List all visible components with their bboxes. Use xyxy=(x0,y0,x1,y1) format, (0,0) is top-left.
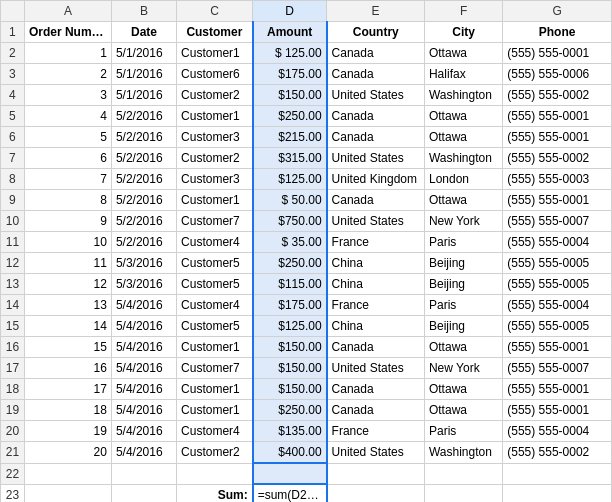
cell-F2[interactable]: Ottawa xyxy=(424,43,502,64)
cell-F5[interactable]: Ottawa xyxy=(424,106,502,127)
cell-C2[interactable]: Customer1 xyxy=(177,43,253,64)
cell-A7[interactable]: 6 xyxy=(24,148,111,169)
cell-C19[interactable]: Customer1 xyxy=(177,400,253,421)
cell-B3[interactable]: 5/1/2016 xyxy=(111,64,176,85)
formula-cell-D23[interactable]: =sum(D2:D21) xyxy=(253,484,327,502)
cell-F19[interactable]: Ottawa xyxy=(424,400,502,421)
cell-D4[interactable]: $150.00 xyxy=(253,85,327,106)
cell-A4[interactable]: 3 xyxy=(24,85,111,106)
col-amount-header[interactable]: Amount xyxy=(253,22,327,43)
cell-F14[interactable]: Paris xyxy=(424,295,502,316)
cell-E16[interactable]: Canada xyxy=(327,337,425,358)
col-header-A[interactable]: A xyxy=(24,1,111,22)
cell-A21[interactable]: 20 xyxy=(24,442,111,464)
cell-B17[interactable]: 5/4/2016 xyxy=(111,358,176,379)
cell-C7[interactable]: Customer2 xyxy=(177,148,253,169)
cell-A15[interactable]: 14 xyxy=(24,316,111,337)
cell-C13[interactable]: Customer5 xyxy=(177,274,253,295)
cell-B5[interactable]: 5/2/2016 xyxy=(111,106,176,127)
cell-F23[interactable] xyxy=(424,484,502,502)
cell-F22[interactable] xyxy=(424,463,502,484)
cell-G8[interactable]: (555) 555-0003 xyxy=(503,169,612,190)
cell-C14[interactable]: Customer4 xyxy=(177,295,253,316)
cell-C17[interactable]: Customer7 xyxy=(177,358,253,379)
col-date-header[interactable]: Date xyxy=(111,22,176,43)
col-header-C[interactable]: C xyxy=(177,1,253,22)
cell-D5[interactable]: $250.00 xyxy=(253,106,327,127)
cell-E2[interactable]: Canada xyxy=(327,43,425,64)
cell-E19[interactable]: Canada xyxy=(327,400,425,421)
cell-A10[interactable]: 9 xyxy=(24,211,111,232)
cell-E11[interactable]: France xyxy=(327,232,425,253)
cell-A2[interactable]: 1 xyxy=(24,43,111,64)
cell-A22[interactable] xyxy=(24,463,111,484)
cell-E3[interactable]: Canada xyxy=(327,64,425,85)
cell-D13[interactable]: $115.00 xyxy=(253,274,327,295)
cell-E7[interactable]: United States xyxy=(327,148,425,169)
cell-F13[interactable]: Beijing xyxy=(424,274,502,295)
cell-C9[interactable]: Customer1 xyxy=(177,190,253,211)
cell-D6[interactable]: $215.00 xyxy=(253,127,327,148)
cell-E23[interactable] xyxy=(327,484,425,502)
cell-C16[interactable]: Customer1 xyxy=(177,337,253,358)
cell-B16[interactable]: 5/4/2016 xyxy=(111,337,176,358)
cell-C20[interactable]: Customer4 xyxy=(177,421,253,442)
cell-C21[interactable]: Customer2 xyxy=(177,442,253,464)
col-customer-header[interactable]: Customer xyxy=(177,22,253,43)
col-header-B[interactable]: B xyxy=(111,1,176,22)
cell-D18[interactable]: $150.00 xyxy=(253,379,327,400)
cell-C12[interactable]: Customer5 xyxy=(177,253,253,274)
cell-E12[interactable]: China xyxy=(327,253,425,274)
cell-C5[interactable]: Customer1 xyxy=(177,106,253,127)
cell-B19[interactable]: 5/4/2016 xyxy=(111,400,176,421)
col-order-number-header[interactable]: Order Number xyxy=(24,22,111,43)
cell-D20[interactable]: $135.00 xyxy=(253,421,327,442)
cell-E4[interactable]: United States xyxy=(327,85,425,106)
cell-G17[interactable]: (555) 555-0007 xyxy=(503,358,612,379)
cell-B10[interactable]: 5/2/2016 xyxy=(111,211,176,232)
cell-E20[interactable]: France xyxy=(327,421,425,442)
cell-F8[interactable]: London xyxy=(424,169,502,190)
cell-E8[interactable]: United Kingdom xyxy=(327,169,425,190)
cell-E15[interactable]: China xyxy=(327,316,425,337)
cell-C10[interactable]: Customer7 xyxy=(177,211,253,232)
cell-B20[interactable]: 5/4/2016 xyxy=(111,421,176,442)
cell-B21[interactable]: 5/4/2016 xyxy=(111,442,176,464)
cell-A19[interactable]: 18 xyxy=(24,400,111,421)
cell-A12[interactable]: 11 xyxy=(24,253,111,274)
cell-F4[interactable]: Washington xyxy=(424,85,502,106)
cell-D3[interactable]: $175.00 xyxy=(253,64,327,85)
cell-E22[interactable] xyxy=(327,463,425,484)
cell-F10[interactable]: New York xyxy=(424,211,502,232)
cell-G16[interactable]: (555) 555-0001 xyxy=(503,337,612,358)
cell-G22[interactable] xyxy=(503,463,612,484)
cell-A20[interactable]: 19 xyxy=(24,421,111,442)
cell-A11[interactable]: 10 xyxy=(24,232,111,253)
col-city-header[interactable]: City xyxy=(424,22,502,43)
cell-A3[interactable]: 2 xyxy=(24,64,111,85)
cell-G21[interactable]: (555) 555-0002 xyxy=(503,442,612,464)
cell-E6[interactable]: Canada xyxy=(327,127,425,148)
cell-A6[interactable]: 5 xyxy=(24,127,111,148)
cell-C11[interactable]: Customer4 xyxy=(177,232,253,253)
cell-C6[interactable]: Customer3 xyxy=(177,127,253,148)
cell-F7[interactable]: Washington xyxy=(424,148,502,169)
cell-F21[interactable]: Washington xyxy=(424,442,502,464)
cell-D11[interactable]: $ 35.00 xyxy=(253,232,327,253)
cell-E9[interactable]: Canada xyxy=(327,190,425,211)
cell-A17[interactable]: 16 xyxy=(24,358,111,379)
cell-F15[interactable]: Beijing xyxy=(424,316,502,337)
cell-C4[interactable]: Customer2 xyxy=(177,85,253,106)
cell-D19[interactable]: $250.00 xyxy=(253,400,327,421)
cell-F20[interactable]: Paris xyxy=(424,421,502,442)
col-header-E[interactable]: E xyxy=(327,1,425,22)
cell-G23[interactable] xyxy=(503,484,612,502)
col-country-header[interactable]: Country xyxy=(327,22,425,43)
cell-G19[interactable]: (555) 555-0001 xyxy=(503,400,612,421)
cell-E13[interactable]: China xyxy=(327,274,425,295)
cell-D12[interactable]: $250.00 xyxy=(253,253,327,274)
cell-D16[interactable]: $150.00 xyxy=(253,337,327,358)
cell-E10[interactable]: United States xyxy=(327,211,425,232)
cell-G9[interactable]: (555) 555-0001 xyxy=(503,190,612,211)
cell-F17[interactable]: New York xyxy=(424,358,502,379)
